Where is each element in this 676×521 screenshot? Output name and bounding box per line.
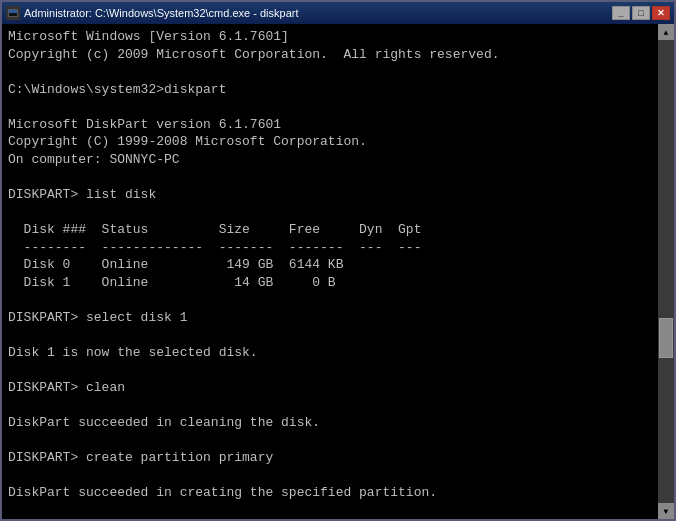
scroll-down-arrow[interactable]: ▼ (658, 503, 674, 519)
scrollbar[interactable]: ▲ ▼ (658, 24, 674, 519)
maximize-button[interactable]: □ (632, 6, 650, 20)
scroll-track[interactable] (659, 40, 673, 503)
title-bar-left: Administrator: C:\Windows\System32\cmd.e… (6, 6, 298, 20)
title-bar-controls: _ □ ✕ (612, 6, 670, 20)
close-button[interactable]: ✕ (652, 6, 670, 20)
scroll-thumb[interactable] (659, 318, 673, 358)
title-bar: Administrator: C:\Windows\System32\cmd.e… (2, 2, 674, 24)
terminal-content[interactable]: Microsoft Windows [Version 6.1.7601] Cop… (2, 24, 658, 519)
terminal-body: Microsoft Windows [Version 6.1.7601] Cop… (2, 24, 674, 519)
minimize-button[interactable]: _ (612, 6, 630, 20)
scroll-up-arrow[interactable]: ▲ (658, 24, 674, 40)
window-title: Administrator: C:\Windows\System32\cmd.e… (24, 7, 298, 19)
cmd-window: Administrator: C:\Windows\System32\cmd.e… (0, 0, 676, 521)
cmd-icon (6, 6, 20, 20)
